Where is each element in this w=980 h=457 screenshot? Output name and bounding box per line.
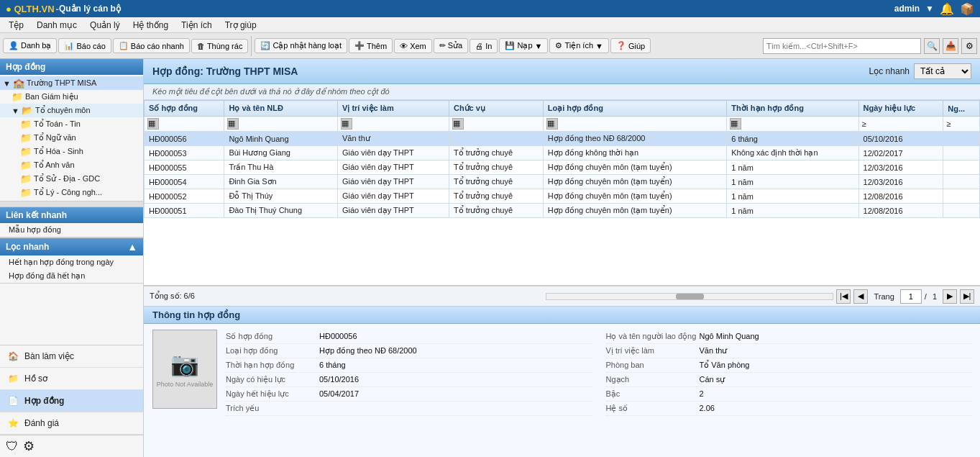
menu-quanly[interactable]: Quản lý <box>84 19 126 32</box>
filter-icon-2[interactable]: ▦ <box>341 118 352 130</box>
loc-nhanh-select[interactable]: Tất cả Còn hiệu lực Hết hiệu lực <box>914 63 971 79</box>
star-icon: ⭐ <box>6 416 20 430</box>
table-row[interactable]: HĐ000051 Đào Thị Thuý Chung Giáo viên dạ… <box>145 204 980 218</box>
page-prev[interactable]: ◀ <box>853 289 868 304</box>
btn-in[interactable]: 🖨 In <box>470 39 498 53</box>
field-he-so: Hệ số 2.06 <box>606 402 972 416</box>
loc-nhanh-sidebar-header: Lọc nhanh ▲ <box>0 238 143 255</box>
nav-ho-so[interactable]: 📁 Hồ sơ <box>0 368 143 390</box>
table-row[interactable]: HĐ000053 Bùi Hương Giang Giáo viên dạy T… <box>145 146 980 160</box>
tree-item-ly-congnghe[interactable]: 📁 Tổ Lý - Công ngh... <box>0 186 143 199</box>
table-container[interactable]: Số hợp đồng Họ và tên NLĐ Vị trí việc là… <box>144 100 980 286</box>
col-loai-hop-dong[interactable]: Loại hợp đồng <box>543 101 727 117</box>
tree-item-su-dia[interactable]: 📁 Tổ Sử - Địa - GDC <box>0 172 143 186</box>
detail-content: 📷 Photo Not Available Số hợp đồng HĐ0000… <box>144 324 980 422</box>
menubar: Tệp Danh mục Quản lý Hệ thống Tiện ích T… <box>0 17 980 33</box>
h-scroll[interactable] <box>546 293 833 300</box>
page-next[interactable]: ▶ <box>943 289 957 304</box>
page-input[interactable] <box>900 289 922 304</box>
nav-ban-lam-viec[interactable]: 🏠 Bàn làm việc <box>0 345 143 368</box>
menu-tep[interactable]: Tệp <box>3 19 29 32</box>
filter-icon-1[interactable]: ▦ <box>227 118 239 130</box>
sidebar-nav: 🏠 Bàn làm việc 📁 Hồ sơ 📄 Hợp đồng ⭐ Đánh… <box>0 345 143 435</box>
search-extra[interactable]: 📥 <box>943 38 958 54</box>
titlebar: ● QLTH.VN - Quản lý cán bộ admin ▼ 🔔 📦 <box>0 0 980 17</box>
page-last[interactable]: ▶| <box>960 289 974 304</box>
page-first[interactable]: |◀ <box>836 289 851 304</box>
field-ngay-co-hieu-luc: Ngày có hiệu lực 05/10/2016 <box>226 373 592 387</box>
filter-icon-5[interactable]: ▦ <box>730 118 741 130</box>
filter-icon-4[interactable]: ▦ <box>546 118 558 130</box>
tree-item-truong[interactable]: ▼ 🏫 Trường THPT MISA <box>0 76 143 90</box>
contracts-table: Số hợp đồng Họ và tên NLĐ Vị trí việc là… <box>144 100 980 218</box>
col-extra[interactable]: Ng... <box>943 101 980 117</box>
btn-capnhathangloat[interactable]: 🔄 Cập nhật hàng loạt <box>255 38 347 53</box>
btn-nap[interactable]: 💾 Nạp ▼ <box>499 38 548 53</box>
col-chuc-vu[interactable]: Chức vụ <box>449 101 543 117</box>
tree-item-toan-tin[interactable]: 📁 Tổ Toán - Tin <box>0 117 143 131</box>
nav-danh-gia[interactable]: ⭐ Đánh giá <box>0 412 143 435</box>
menu-hethong[interactable]: Hệ thống <box>127 19 174 32</box>
btn-thungrác[interactable]: 🗑 Thùng rác <box>191 39 249 53</box>
tree-item-to-chuyen-mon[interactable]: ▼ 📂 Tổ chuyên môn <box>0 104 143 117</box>
btn-them[interactable]: ➕ Thêm <box>349 38 393 53</box>
search-button[interactable]: 🔍 <box>924 38 940 54</box>
col-ngay-hieu-luc[interactable]: Ngày hiệu lực <box>858 101 943 117</box>
btn-tienich[interactable]: ⚙ Tiện ích ▼ <box>549 38 609 53</box>
tree-item-hoa-sinh[interactable]: 📁 Tổ Hóa - Sinh <box>0 145 143 158</box>
folder-icon: 📁 <box>6 371 20 386</box>
tree-item-ngu-van[interactable]: 📁 Tổ Ngữ văn <box>0 131 143 145</box>
menu-tienich[interactable]: Tiện ích <box>175 19 218 32</box>
tree-item-anh-van[interactable]: 📁 Tổ Anh văn <box>0 158 143 172</box>
table-row[interactable]: HĐ000056 Ngô Minh Quang Văn thư Hợp đồng… <box>145 132 980 146</box>
main-layout: Hợp đồng ▼ 🏫 Trường THPT MISA 📁 Ban Giám… <box>0 59 980 457</box>
mau-hop-dong-link[interactable]: Mẫu hợp đồng <box>0 223 143 237</box>
col-thoi-han[interactable]: Thời hạn hợp đồng <box>727 101 858 117</box>
content-title: Hợp đồng: Trường THPT MISA <box>152 65 298 77</box>
search-input[interactable] <box>763 38 921 54</box>
col-ho-ten[interactable]: Họ và tên NLĐ <box>224 101 338 117</box>
filter-het-han[interactable]: Hết hạn hợp đồng trong ngày <box>0 255 143 269</box>
photo-box: 📷 Photo Not Available <box>152 330 217 409</box>
filter-da-het-han[interactable]: Hợp đồng đã hết hạn <box>0 269 143 283</box>
menu-trogiup[interactable]: Trợ giúp <box>219 19 262 32</box>
field-bac: Bậc 2 <box>606 387 972 402</box>
btn-giup[interactable]: ❓ Giúp <box>610 38 651 53</box>
admin-dropdown[interactable]: ▼ <box>925 4 934 14</box>
col-vi-tri[interactable]: Vị trí việc làm <box>337 101 449 117</box>
hop-dong-section: Hợp đồng ▼ 🏫 Trường THPT MISA 📁 Ban Giám… <box>0 59 143 207</box>
sidebar-bottom: 🛡 ⚙ <box>0 435 143 457</box>
camera-icon: 📷 <box>170 350 199 378</box>
nav-hop-dong[interactable]: 📄 Hợp đồng <box>0 390 143 412</box>
col-so-hop-dong[interactable]: Số hợp đồng <box>145 101 224 117</box>
admin-info: admin ▼ 🔔 📦 <box>894 2 974 16</box>
total-count: Tổng số: 6/6 <box>150 291 543 301</box>
btn-baocao[interactable]: 📊 Báo cáo <box>58 38 111 53</box>
filter-icon-0[interactable]: ▦ <box>147 118 159 130</box>
search-area: 🔍 📥 ⚙ <box>763 38 977 54</box>
table-row[interactable]: HĐ000055 Trần Thu Hà Giáo viên dạy THPT … <box>145 160 980 175</box>
toolbar: 👤 Danh bạ 📊 Báo cáo 📋 Báo cáo nhanh 🗑 Th… <box>0 33 980 59</box>
loc-nhanh-filter: Lọc nhanh Tất cả Còn hiệu lực Hết hiệu l… <box>869 63 971 79</box>
search-settings[interactable]: ⚙ <box>961 38 977 54</box>
filter-icon-3[interactable]: ▦ <box>452 118 464 130</box>
loc-nhanh-section: Lọc nhanh ▲ Hết hạn hợp đồng trong ngày … <box>0 237 143 284</box>
shield-icon[interactable]: 🛡 <box>6 439 19 454</box>
menu-danhmuc[interactable]: Danh mục <box>31 19 83 32</box>
tree-item-ban-giam-hieu[interactable]: 📁 Ban Giám hiệu <box>0 90 143 104</box>
btn-danhba[interactable]: 👤 Danh bạ <box>3 38 57 53</box>
table-row[interactable]: HĐ000052 Đỗ Thị Thúy Giáo viên dạy THPT … <box>145 189 980 204</box>
toolbar-separator-1 <box>251 36 252 56</box>
table-row[interactable]: HĐ000054 Đinh Gia Sơn Giáo viên dạy THPT… <box>145 175 980 189</box>
btn-xem[interactable]: 👁 Xem <box>394 39 432 53</box>
pagination: Tổng số: 6/6 |◀ ◀ Trang / 1 ▶ ▶| <box>144 286 980 306</box>
btn-sua[interactable]: ✏ Sửa <box>434 38 468 53</box>
contract-icon: 📄 <box>6 394 20 408</box>
btn-baocaonhanh[interactable]: 📋 Báo cáo nhanh <box>113 38 190 53</box>
tree: ▼ 🏫 Trường THPT MISA 📁 Ban Giám hiệu ▼ 📂… <box>0 75 143 201</box>
settings-icon[interactable]: ⚙ <box>23 438 35 454</box>
field-vi-tri-viec-lam: Vị trí việc làm Văn thư <box>606 344 972 358</box>
hop-dong-header: Hợp đồng <box>0 59 143 75</box>
field-ngay-het-hieu-luc: Ngày hết hiệu lực 05/04/2017 <box>226 387 592 402</box>
content-header: Hợp đồng: Trường THPT MISA Lọc nhanh Tất… <box>144 59 980 84</box>
